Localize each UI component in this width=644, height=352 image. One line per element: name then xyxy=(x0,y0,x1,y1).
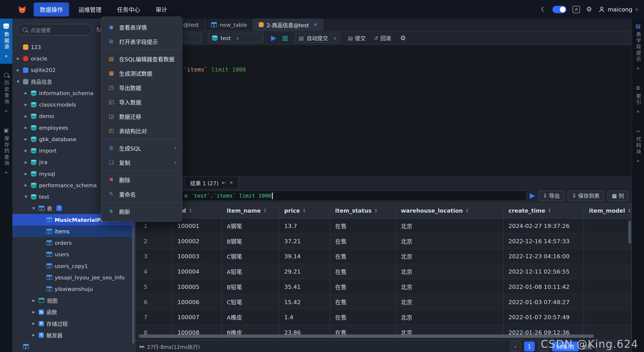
table-cell[interactable]: 2024-02-27 19:37:26 xyxy=(504,219,584,233)
theme-toggle[interactable] xyxy=(552,6,566,13)
column-header[interactable]: price↕ xyxy=(279,203,330,218)
close-icon[interactable]: ✕ xyxy=(229,180,233,186)
table-cell[interactable]: 2022-12-16 14:57:33 xyxy=(504,234,584,249)
commit-mode-select[interactable]: ▤ 自动提交 ∨ xyxy=(294,33,340,43)
expander-icon[interactable]: ▶ xyxy=(31,298,36,302)
table-row[interactable]: 5100005B铅笔35.41在售北京2022-01-08 10:11:42 xyxy=(136,279,632,295)
strip-tab[interactable]: 历史查询« xyxy=(0,68,12,118)
table-cell[interactable]: 在售 xyxy=(330,219,396,233)
sidebar-scrollbar[interactable] xyxy=(132,208,134,343)
context-menu-item[interactable]: ◰表结构比对 xyxy=(102,123,182,138)
row-number-cell[interactable]: 2 xyxy=(136,234,172,249)
tree-item[interactable]: ▶T触发器 xyxy=(12,329,135,340)
expander-icon[interactable]: ▶ xyxy=(23,126,28,129)
row-number-cell[interactable]: 6 xyxy=(136,295,172,309)
context-menu-item[interactable]: ◱导入数据 xyxy=(102,95,182,109)
tree-item[interactable]: orders xyxy=(12,237,135,248)
table-cell[interactable]: 北京 xyxy=(396,264,504,279)
commit-button[interactable]: ▤ 提交 xyxy=(345,33,368,43)
table-row[interactable]: 7100007A橡皮1.4在售北京2022-01-07 20:57:49 xyxy=(136,310,632,325)
context-menu-item[interactable]: ▤在SQL编辑器查看数据 xyxy=(102,52,182,66)
collapse-arrow-icon[interactable]: « xyxy=(636,109,640,114)
column-header[interactable]: warehouse_location↕ xyxy=(396,203,504,218)
page-number-button[interactable]: 1 xyxy=(524,341,535,351)
expander-icon[interactable]: ▶ xyxy=(23,114,28,118)
table-cell[interactable]: A钢笔 xyxy=(222,219,279,233)
table-cell[interactable]: A铅笔 xyxy=(222,264,279,279)
vertical-scrollbar[interactable] xyxy=(628,221,631,244)
expander-icon[interactable]: ▼ xyxy=(31,206,36,210)
run-sql-button[interactable]: ▶ xyxy=(271,34,276,41)
nav-data-operations[interactable]: 数据操作 xyxy=(34,2,69,16)
table-cell[interactable]: 29.21 xyxy=(279,264,330,279)
collapse-arrow-icon[interactable]: « xyxy=(636,65,640,71)
strip-tab[interactable]: ≣索引« xyxy=(632,80,644,119)
nav-audit[interactable]: 审计 xyxy=(150,2,173,16)
table-cell[interactable]: 100007 xyxy=(172,310,222,324)
context-menu-item[interactable]: ≣生成SQL› xyxy=(102,141,182,155)
context-menu-item[interactable]: ✎重命名 xyxy=(102,187,182,201)
table-cell[interactable]: 37.21 xyxy=(279,234,330,249)
horizontal-scrollbar[interactable] xyxy=(139,334,594,338)
refresh-icon[interactable]: ↻ xyxy=(96,26,102,34)
expander-icon[interactable]: ▶ xyxy=(31,333,36,337)
prev-page-button[interactable]: ‹ xyxy=(510,341,521,351)
context-menu-item[interactable]: ↯刷新 xyxy=(102,204,182,219)
rollback-button[interactable]: ↺ 回滚 xyxy=(371,33,394,43)
user-menu[interactable]: maicong ∨ xyxy=(598,6,638,13)
expander-icon[interactable]: ▶ xyxy=(16,68,21,72)
table-cell[interactable]: 13.7 xyxy=(279,219,330,233)
collapse-arrow-icon[interactable]: « xyxy=(5,169,8,175)
table-cell[interactable]: 35.41 xyxy=(279,279,330,294)
sort-icon[interactable]: ↕ xyxy=(263,208,267,213)
table-cell[interactable] xyxy=(584,234,632,249)
table-cell[interactable]: 在售 xyxy=(330,310,396,324)
column-header[interactable]: item_status↕ xyxy=(330,203,396,218)
tree-item[interactable]: items xyxy=(12,226,135,237)
editor-settings-icon[interactable]: ⚙ xyxy=(400,34,406,42)
context-menu-item[interactable]: ◳导出数据 xyxy=(102,80,182,95)
expander-icon[interactable]: ▼ xyxy=(23,195,28,199)
table-row[interactable]: 1100001A钢笔13.7在售北京2024-02-27 19:37:26 xyxy=(136,219,632,234)
context-menu-item[interactable]: ❏复制› xyxy=(102,155,182,169)
strip-tab[interactable]: ‹›代码块« xyxy=(632,123,644,168)
tree-item[interactable]: ▶P存储过程 xyxy=(12,318,135,329)
table-cell[interactable]: 2022-01-03 07:48:27 xyxy=(504,295,584,309)
context-menu-item[interactable]: ⊞打开表字段提示 xyxy=(102,34,182,49)
column-header[interactable]: item_model↕ xyxy=(584,203,632,218)
table-cell[interactable]: 北京 xyxy=(396,234,504,249)
table-cell[interactable]: 39.14 xyxy=(279,249,330,264)
input-method-icon[interactable]: A xyxy=(573,6,580,13)
table-cell[interactable]: 100006 xyxy=(172,295,222,309)
table-row[interactable]: 4100004A铅笔29.21在售北京2022-12-11 02:56:55 xyxy=(136,264,632,279)
nav-ops-management[interactable]: 运维管理 xyxy=(72,2,108,16)
tree-item[interactable]: users_copy1 xyxy=(12,260,135,272)
strip-tab[interactable]: ▤表字段提示« xyxy=(632,19,644,76)
save-to-table-button[interactable]: ⇩ 保存到表 xyxy=(568,190,604,201)
context-menu-item[interactable]: ◉查看表详情 xyxy=(102,20,182,34)
expander-icon[interactable]: ▶ xyxy=(23,91,28,95)
columns-button[interactable]: ▦ 列 xyxy=(608,190,628,201)
tree-item[interactable]: ▶fx函数 xyxy=(12,306,135,318)
expander-icon[interactable]: ▶ xyxy=(31,321,36,325)
column-header[interactable]: create_time↕ xyxy=(504,203,584,218)
tree-item[interactable]: ▶视图 xyxy=(12,295,135,306)
table-cell[interactable]: 在售 xyxy=(330,249,396,264)
table-cell[interactable]: 2022-12-23 04:16:00 xyxy=(504,249,584,264)
table-cell[interactable]: 北京 xyxy=(396,249,504,264)
table-cell[interactable] xyxy=(584,249,632,264)
table-cell[interactable]: C钢笔 xyxy=(222,249,279,264)
table-cell[interactable]: A橡皮 xyxy=(222,310,279,324)
table-cell[interactable]: 100004 xyxy=(172,264,222,279)
tree-item[interactable] xyxy=(12,341,135,352)
context-menu-item[interactable]: ▦生成测试数据 xyxy=(102,66,182,80)
expander-icon[interactable]: ▶ xyxy=(16,57,21,60)
table-cell[interactable]: 北京 xyxy=(396,219,504,233)
search-input[interactable]: 点击搜索 xyxy=(17,24,92,35)
table-cell[interactable]: B铅笔 xyxy=(222,279,279,294)
table-cell[interactable]: 在售 xyxy=(330,279,396,294)
table-cell[interactable]: 2022-01-08 10:11:42 xyxy=(504,279,584,294)
sort-icon[interactable]: ↕ xyxy=(466,208,469,213)
table-cell[interactable]: 1.4 xyxy=(279,310,330,324)
tree-item[interactable]: yesapi_lvyou_jee_seo_info xyxy=(12,272,135,283)
